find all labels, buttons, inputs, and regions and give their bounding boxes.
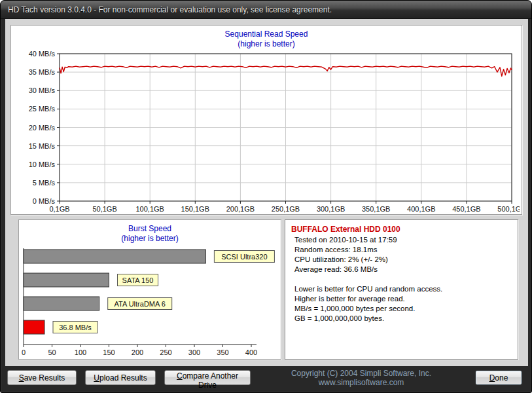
svg-text:10 MB/s: 10 MB/s [28, 160, 55, 168]
window-title: HD Tach version 3.0.4.0 - For non-commer… [8, 5, 332, 14]
upload-results-button[interactable]: Upload Results [85, 370, 156, 385]
svg-text:150,1GB: 150,1GB [181, 205, 209, 213]
svg-text:100,1GB: 100,1GB [135, 205, 164, 213]
svg-text:150: 150 [103, 348, 115, 356]
info-line: Average read: 36.6 MB/s [285, 265, 518, 274]
svg-text:450,1GB: 450,1GB [452, 205, 480, 213]
app-window: HD Tach version 3.0.4.0 - For non-commer… [0, 0, 532, 393]
svg-text:250,1GB: 250,1GB [271, 205, 299, 213]
sequential-read-chart: 40 MB/s35 MB/s30 MB/s25 MB/s20 MB/s15 MB… [14, 50, 520, 215]
svg-text:0 MB/s: 0 MB/s [32, 197, 55, 205]
footer-bar: Save Results Upload Results Compare Anot… [5, 367, 528, 388]
svg-text:100: 100 [75, 348, 86, 356]
svg-text:50,1GB: 50,1GB [92, 205, 116, 213]
svg-text:20 MB/s: 20 MB/s [28, 124, 55, 132]
svg-text:SATA 150: SATA 150 [122, 276, 154, 284]
svg-text:350,1GB: 350,1GB [361, 205, 389, 213]
svg-text:500,1GB: 500,1GB [497, 205, 520, 213]
svg-text:400: 400 [245, 348, 257, 356]
svg-text:30 MB/s: 30 MB/s [28, 86, 55, 94]
svg-text:300,1GB: 300,1GB [316, 205, 344, 213]
burst-speed-chart: 050100150200250300350400SCSI Ultra320SAT… [21, 245, 279, 360]
svg-text:35 MB/s: 35 MB/s [28, 68, 55, 76]
svg-text:5 MB/s: 5 MB/s [32, 179, 55, 187]
svg-text:36.8 MB/s: 36.8 MB/s [59, 324, 92, 331]
copyright-text: Copyright (C) 2004 Simpli Software, Inc.… [251, 369, 472, 387]
info-line: CPU utilization: 2% (+/- 2%) [285, 255, 518, 265]
drive-name: BUFFALO External HDD 0100 [285, 220, 518, 235]
svg-text:200,1GB: 200,1GB [226, 205, 254, 213]
svg-text:400,1GB: 400,1GB [407, 205, 435, 213]
burst-chart-title: Burst Speed [19, 224, 281, 234]
svg-text:0,1GB: 0,1GB [49, 205, 69, 213]
save-results-button[interactable]: Save Results [7, 370, 77, 385]
info-line [285, 274, 518, 284]
sequential-read-panel: Sequential Read Speed (higher is better)… [10, 25, 522, 215]
info-line: Tested on 2010-10-15 at 17:59 [285, 235, 518, 245]
main-content: Sequential Read Speed (higher is better)… [5, 19, 528, 366]
info-line: Lower is better for CPU and random acces… [285, 284, 518, 294]
svg-text:200: 200 [132, 348, 143, 356]
sequential-chart-subtitle: (higher is better) [11, 39, 522, 49]
titlebar[interactable]: HD Tach version 3.0.4.0 - For non-commer… [1, 1, 531, 19]
svg-text:0: 0 [22, 348, 26, 356]
done-button[interactable]: Done [475, 370, 522, 385]
info-line: Random access: 18.1ms [285, 245, 518, 255]
info-line: GB = 1,000,000,000 bytes. [285, 314, 518, 324]
svg-text:350: 350 [217, 348, 228, 356]
compare-another-drive-button[interactable]: Compare Another Drive [164, 370, 251, 385]
sequential-chart-title: Sequential Read Speed [11, 29, 522, 39]
drive-info-lines: Tested on 2010-10-15 at 17:59Random acce… [285, 235, 518, 324]
info-line: MB/s = 1,000,000 bytes per second. [285, 304, 518, 314]
svg-text:15 MB/s: 15 MB/s [28, 142, 55, 150]
burst-speed-panel: Burst Speed (higher is better) 050100150… [18, 219, 281, 360]
drive-info-panel: BUFFALO External HDD 0100 Tested on 2010… [285, 219, 518, 360]
burst-chart-subtitle: (higher is better) [19, 234, 281, 244]
svg-text:250: 250 [160, 348, 171, 356]
svg-text:25 MB/s: 25 MB/s [28, 105, 55, 113]
svg-text:40 MB/s: 40 MB/s [28, 50, 55, 58]
svg-text:50: 50 [48, 348, 56, 356]
svg-text:300: 300 [188, 348, 200, 356]
svg-text:ATA UltraDMA 6: ATA UltraDMA 6 [114, 300, 165, 308]
info-line: Higher is better for average read. [285, 294, 518, 304]
svg-text:SCSI Ultra320: SCSI Ultra320 [221, 253, 267, 261]
